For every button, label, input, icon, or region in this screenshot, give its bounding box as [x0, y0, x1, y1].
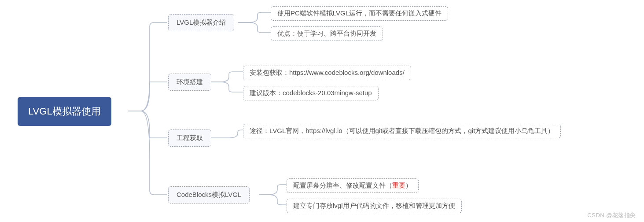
branch-env[interactable]: 环境搭建	[168, 74, 211, 91]
leaf-cb-1-emphasis: 重要	[392, 181, 405, 189]
leaf-intro-2: 优点：便于学习、跨平台协同开发	[271, 26, 383, 41]
leaf-env-1: 安装包获取：https://www.codeblocks.org/downloa…	[243, 66, 411, 80]
branch-intro[interactable]: LVGL模拟器介绍	[168, 14, 234, 31]
leaf-env-2: 建议版本：codeblocks-20.03mingw-setup	[243, 86, 379, 100]
watermark: CSDN @花落指尖	[587, 211, 636, 219]
root-node[interactable]: LVGL模拟器使用	[18, 97, 111, 126]
branch-proj[interactable]: 工程获取	[168, 130, 211, 147]
leaf-cb-1-suffix: ）	[405, 181, 412, 189]
branch-codeblocks[interactable]: CodeBlocks模拟LVGL	[168, 186, 250, 204]
leaf-proj-1: 途径：LVGL官网，https://lvgl.io（可以使用git或者直接下载压…	[243, 124, 561, 138]
leaf-cb-2: 建立专门存放lvgl用户代码的文件，移植和管理更加方便	[287, 199, 462, 213]
leaf-cb-1-prefix: 配置屏幕分辨率、修改配置文件（	[293, 181, 392, 189]
leaf-intro-1: 使用PC端软件模拟LVGL运行，而不需要任何嵌入式硬件	[271, 6, 448, 21]
leaf-cb-1: 配置屏幕分辨率、修改配置文件（重要）	[287, 178, 419, 193]
